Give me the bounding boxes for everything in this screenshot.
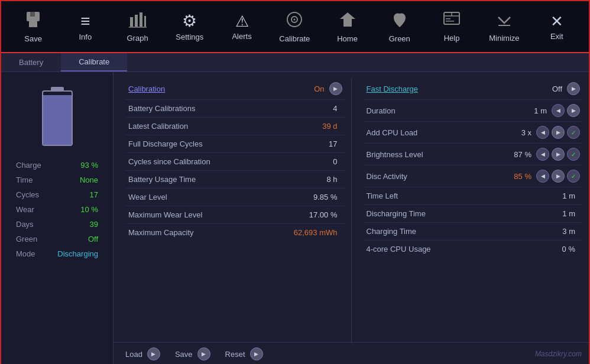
calibrate-icon [286,11,303,31]
load-label: Load [125,350,142,359]
calibration-label[interactable]: Calibration [128,84,282,93]
tab-battery[interactable]: Battery [1,53,61,72]
duration-back-btn[interactable]: ◀ [552,104,565,117]
home-icon [339,11,356,31]
calibration-play-btn[interactable]: ▶ [329,82,342,95]
minimize-label: Minimize [489,34,519,42]
latest-calibration-label: Latest Calibration [128,122,295,131]
stat-time: Time None [7,173,107,187]
stat-wear: Wear 10 % [7,202,107,217]
duration-play-btn[interactable]: ▶ [567,104,580,117]
calibrate-button[interactable]: Calibrate [273,3,316,50]
content-area: Calibration On ▶ Battery Calibrations 4 … [114,72,589,364]
full-discharge-label: Full Discharge Cycles [128,139,295,148]
left-column: Calibration On ▶ Battery Calibrations 4 … [114,78,352,342]
disc-activity-check-btn[interactable]: ✓ [567,170,580,183]
home-button[interactable]: Home [327,3,368,50]
save-play-btn[interactable]: ▶ [197,347,210,360]
discharging-time-value: 1 m [533,209,580,218]
duration-value: 1 m [504,106,552,115]
settings-label: Settings [176,33,203,41]
disc-activity-back-btn[interactable]: ◀ [536,170,549,183]
row-duration: Duration 1 m ◀ ▶ [364,100,583,122]
tab-bar: Battery Calibrate [1,53,589,72]
info-button[interactable]: ≡ Info [64,3,106,50]
help-button[interactable]: Help [431,3,472,50]
reset-play-btn[interactable]: ▶ [250,347,263,360]
stat-days: Days 39 [7,217,107,232]
tab-calibrate[interactable]: Calibrate [61,53,127,72]
battery-usage-label: Battery Usage Time [128,175,295,184]
brightness-value: 87 % [489,150,536,159]
green-button[interactable]: Green [379,3,420,50]
row-fast-discharge: Fast Discharge Off ▶ [364,78,583,100]
svg-rect-3 [130,17,133,27]
stat-cycles: Cycles 17 [7,187,107,202]
row-max-capacity: Maximum Capacity 62,693 mWh [125,224,345,241]
disc-activity-controls: ◀ ▶ ✓ [536,170,580,183]
latest-calibration-value: 39 d [295,122,342,131]
brightness-check-btn[interactable]: ✓ [567,148,580,161]
alerts-button[interactable]: ⚠ Alerts [221,3,262,50]
row-cycles-since: Cycles since Calibration 0 [125,153,345,171]
max-capacity-label: Maximum Capacity [128,228,294,237]
row-cpu-usage: 4-core CPU Usage 0 % [364,240,583,258]
cpu-load-check-btn[interactable]: ✓ [567,126,580,139]
reset-label: Reset [225,350,245,359]
battery-calibrations-label: Battery Calibrations [128,104,295,113]
settings-button[interactable]: ⚙ Settings [169,3,210,50]
row-calibration: Calibration On ▶ [125,78,345,100]
fast-discharge-label[interactable]: Fast Discharge [367,84,520,93]
help-label: Help [444,34,460,42]
brightness-back-btn[interactable]: ◀ [536,148,549,161]
svg-marker-11 [340,12,355,27]
battery-usage-value: 8 h [295,175,342,184]
cycles-since-label: Cycles since Calibration [128,157,295,166]
svg-point-10 [294,19,296,21]
minimize-icon [496,11,513,31]
load-item: Load ▶ [125,347,160,360]
disc-activity-play-btn[interactable]: ▶ [552,170,565,183]
cycles-since-value: 0 [295,157,342,166]
main-content: Charge 93 % Time None Cycles 17 Wear 10 … [1,72,589,364]
max-wear-label: Maximum Wear Level [128,210,295,219]
alerts-icon: ⚠ [235,14,249,29]
brightness-label: Brightness Level [367,150,489,159]
graph-button[interactable]: Graph [117,3,158,50]
row-disc-activity: Disc Activity 85 % ◀ ▶ ✓ [364,165,583,187]
row-time-left: Time Left 1 m [364,187,583,205]
row-battery-usage: Battery Usage Time 8 h [125,171,345,188]
minimize-button[interactable]: Minimize [483,3,525,50]
svg-rect-15 [446,18,450,20]
fast-discharge-play-btn[interactable]: ▶ [567,82,580,95]
row-charging-time: Charging Time 3 m [364,223,583,240]
help-icon [443,11,461,31]
toolbar: Save ≡ Info Graph ⚙ Settings [1,1,589,53]
settings-icon: ⚙ [182,13,197,30]
green-label: Green [389,35,410,43]
battery-calibrations-value: 4 [295,104,342,113]
bottom-actions: Load ▶ Save ▶ Reset ▶ [114,342,589,364]
load-play-btn[interactable]: ▶ [147,347,160,360]
stat-charge: Charge 93 % [7,158,107,173]
cpu-load-play-btn[interactable]: ▶ [552,126,565,139]
calibration-controls: ▶ [329,82,342,95]
row-latest-calibration: Latest Calibration 39 d [125,118,345,135]
full-discharge-value: 17 [295,139,342,148]
brightness-play-btn[interactable]: ▶ [552,148,565,161]
home-label: Home [337,35,358,43]
svg-rect-5 [140,12,142,27]
cpu-usage-label: 4-core CPU Usage [367,245,533,254]
graph-icon [129,11,147,31]
save-label: Save [24,35,42,43]
info-icon: ≡ [80,13,90,30]
duration-label: Duration [367,106,505,115]
save-item: Save ▶ [175,347,210,360]
cpu-load-back-btn[interactable]: ◀ [536,126,549,139]
save-button[interactable]: Save [12,3,54,50]
exit-button[interactable]: ✕ Exit [536,3,578,50]
disc-activity-label: Disc Activity [367,172,489,181]
row-brightness: Brightness Level 87 % ◀ ▶ ✓ [364,144,583,165]
stat-green: Green Off [7,232,107,246]
max-wear-value: 17.00 % [295,210,342,219]
